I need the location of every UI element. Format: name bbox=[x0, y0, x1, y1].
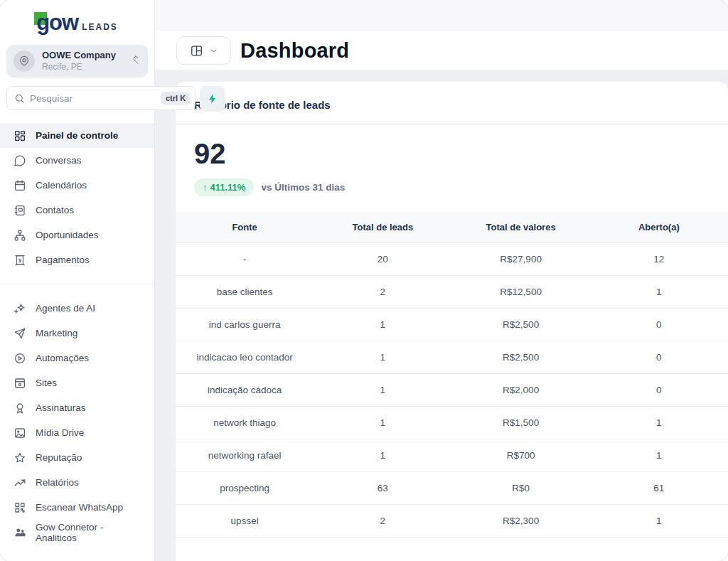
sidebar-item-label: Calendários bbox=[36, 180, 87, 191]
sidebar-item-label: Sites bbox=[36, 378, 57, 388]
sidebar-item-relatorios[interactable]: Relatórios bbox=[0, 470, 154, 495]
sidebar-item-painel-de-controle[interactable]: Painel de controle bbox=[0, 123, 154, 148]
sparkles-icon bbox=[14, 302, 26, 315]
sidebar-item-calendarios[interactable]: Calendários bbox=[0, 173, 154, 198]
sidebar-item-reputacao[interactable]: Reputação bbox=[0, 445, 154, 470]
sidebar-item-label: Reputação bbox=[36, 452, 82, 463]
qr-code-icon bbox=[14, 501, 26, 514]
table-cell: 61 bbox=[590, 471, 728, 504]
sidebar-item-contatos[interactable]: Contatos bbox=[0, 198, 154, 223]
sidebar-item-conversas[interactable]: Conversas bbox=[0, 148, 154, 173]
layout-panels-icon bbox=[190, 44, 203, 58]
layout-switch-button[interactable] bbox=[176, 36, 231, 65]
page-title: Dashboard bbox=[240, 39, 349, 63]
table-row: prospecting63R$061 bbox=[176, 471, 728, 504]
table-cell: prospecting bbox=[176, 471, 314, 504]
change-badge: ↑ 411.11% bbox=[194, 178, 254, 196]
table-cell: base clientes bbox=[176, 275, 314, 308]
table-cell: - bbox=[176, 242, 314, 275]
table-cell: R$700 bbox=[452, 439, 590, 471]
table-cell: R$12,500 bbox=[452, 275, 590, 308]
table-cell: 1 bbox=[590, 406, 728, 439]
page-header: Dashboard bbox=[155, 31, 728, 70]
table-row: network thiago1R$1,5001 bbox=[176, 406, 728, 439]
quick-action-button[interactable] bbox=[200, 86, 225, 112]
sidebar-item-agentes-de-ai[interactable]: Agentes de AI bbox=[0, 296, 154, 321]
table-cell: 1 bbox=[314, 439, 451, 471]
play-circle-icon bbox=[14, 352, 26, 365]
table-cell: 1 bbox=[314, 308, 451, 341]
contacts-book-icon bbox=[14, 204, 26, 217]
table-cell: 12 bbox=[590, 242, 728, 275]
sidebar-item-label: Pagamentos bbox=[36, 255, 90, 265]
nav-divider bbox=[0, 284, 154, 284]
metric-subrow: ↑ 411.11% vs Últimos 31 dias bbox=[194, 178, 710, 196]
table-cell: 20 bbox=[314, 242, 451, 275]
table-cell: 0 bbox=[590, 341, 728, 373]
org-chart-icon bbox=[14, 229, 26, 242]
sidebar-item-label: Contatos bbox=[36, 205, 74, 215]
sidebar-item-automacoes[interactable]: Automações bbox=[0, 346, 154, 370]
sidebar-item-assinaturas[interactable]: Assinaturas bbox=[0, 395, 154, 420]
top-strip bbox=[155, 0, 728, 31]
workspace-meta: OOWE Company Recife, PE bbox=[42, 50, 124, 72]
table-cell: R$1,500 bbox=[452, 406, 590, 439]
sidebar-item-label: Automações bbox=[36, 353, 89, 363]
calendar-icon bbox=[14, 179, 26, 192]
sidebar-item-midia-drive[interactable]: Mídia Drive bbox=[0, 420, 154, 445]
column-header-fonte: Fonte bbox=[176, 212, 314, 242]
table-cell: upssel bbox=[176, 504, 314, 537]
table-row: upssel2R$2,3001 bbox=[176, 504, 728, 537]
table-row: ind carlos guerra1R$2,5000 bbox=[176, 308, 728, 341]
shortcut-badge: ctrl K bbox=[161, 92, 191, 105]
column-header-aberto: Aberto(a) bbox=[590, 212, 728, 242]
change-percent: 411.11% bbox=[210, 182, 246, 193]
table-cell: 1 bbox=[590, 439, 728, 471]
workspace-avatar bbox=[14, 50, 35, 72]
search-input-wrapper[interactable]: ctrl K bbox=[6, 86, 196, 110]
card-title: Relatório de fonte de leads bbox=[194, 99, 710, 111]
table-cell: networking rafael bbox=[176, 439, 314, 471]
table-cell: 63 bbox=[314, 471, 451, 504]
table-row: -20R$27,90012 bbox=[176, 242, 728, 275]
dashboard-grid-icon bbox=[14, 129, 26, 142]
main-area: Dashboard Relatório de fonte de leads 92… bbox=[155, 0, 728, 561]
search-icon bbox=[14, 93, 25, 104]
search-row: ctrl K bbox=[6, 86, 148, 112]
sidebar-item-gow-connetor[interactable]: Gow Connetor - Analiticos bbox=[0, 520, 154, 545]
sidebar-item-pagamentos[interactable]: $ Pagamentos bbox=[0, 247, 154, 272]
trending-up-icon bbox=[14, 476, 26, 489]
workspace-selector[interactable]: OOWE Company Recife, PE bbox=[6, 45, 148, 78]
sidebar: gow LEADS OOWE Company Recife, PE bbox=[0, 0, 155, 561]
up-arrow-icon: ↑ bbox=[203, 182, 208, 193]
sidebar-item-label: Mídia Drive bbox=[36, 427, 84, 438]
chat-bubble-icon bbox=[14, 154, 26, 167]
card-header: Relatório de fonte de leads bbox=[176, 82, 728, 125]
sidebar-item-marketing[interactable]: Marketing bbox=[0, 321, 154, 346]
table-body: -20R$27,90012base clientes2R$12,5001ind … bbox=[176, 242, 728, 537]
sidebar-item-sites[interactable]: Sites bbox=[0, 370, 154, 395]
total-leads-value: 92 bbox=[194, 139, 710, 168]
star-icon bbox=[14, 452, 26, 464]
table-cell: R$2,500 bbox=[452, 341, 590, 373]
table-row: indicacao leo contador1R$2,5000 bbox=[176, 341, 728, 373]
app-window: gow LEADS OOWE Company Recife, PE bbox=[0, 0, 728, 561]
workspace-location: Recife, PE bbox=[42, 62, 124, 73]
comparison-label: vs Últimos 31 dias bbox=[261, 182, 345, 193]
table-cell: network thiago bbox=[176, 406, 314, 439]
table-cell: ind carlos guerra bbox=[176, 308, 314, 341]
table-row: networking rafael1R$7001 bbox=[176, 439, 728, 471]
content-area: Relatório de fonte de leads 92 ↑ 411.11%… bbox=[155, 70, 728, 561]
table-cell: R$2,500 bbox=[452, 308, 590, 341]
sidebar-item-label: Escanear WhatsApp bbox=[36, 502, 123, 513]
sidebar-item-oportunidades[interactable]: Oportunidades bbox=[0, 223, 154, 247]
sidebar-item-label: Painel de controle bbox=[36, 130, 118, 141]
table-cell: indicação cadoca bbox=[176, 373, 314, 406]
search-input[interactable] bbox=[30, 93, 156, 104]
table-cell: 1 bbox=[314, 341, 451, 373]
table-cell: 2 bbox=[314, 504, 451, 537]
chevron-down-icon bbox=[209, 46, 218, 55]
table-cell: 0 bbox=[590, 373, 728, 406]
browser-icon bbox=[14, 377, 26, 390]
sidebar-item-escanear-whatsapp[interactable]: Escanear WhatsApp bbox=[0, 495, 154, 520]
